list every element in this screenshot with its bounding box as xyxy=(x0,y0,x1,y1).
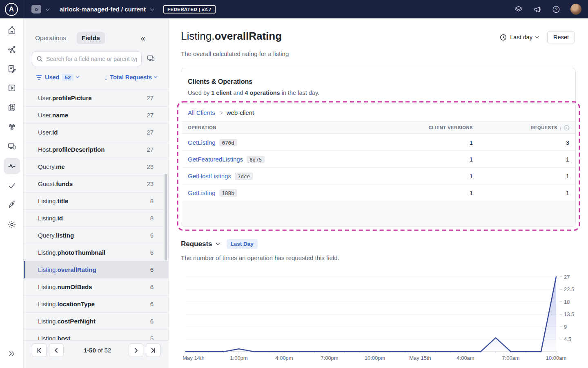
icon-rail xyxy=(0,18,24,368)
pagination-bar: 1-50 of 52 xyxy=(24,340,169,368)
search-input[interactable] xyxy=(46,56,137,62)
operation-link[interactable]: GetListing xyxy=(188,139,216,146)
operation-link[interactable]: GetHostListings xyxy=(188,173,231,180)
operation-link[interactable]: GetListing xyxy=(188,189,216,196)
rail-item-insights[interactable] xyxy=(4,158,20,174)
rail-item-home[interactable] xyxy=(4,22,20,38)
graph-name[interactable]: airlock-managed-fed / current xyxy=(60,6,146,13)
breadcrumb-all-clients[interactable]: All Clients xyxy=(188,109,215,116)
graph-chevron-down-icon[interactable] xyxy=(150,7,154,11)
operation-table-row: GetListing188b11 xyxy=(181,184,575,201)
field-list-item[interactable]: Guest.funds23 xyxy=(24,175,169,193)
client-versions-value: 1 xyxy=(350,139,473,146)
col-operation: OPERATION xyxy=(181,125,350,130)
field-list-item[interactable]: Listing.title8 xyxy=(24,193,169,210)
scrollbar[interactable] xyxy=(165,174,167,260)
org-avatar[interactable]: o xyxy=(31,5,41,13)
org-chevron-down-icon[interactable] xyxy=(46,7,50,11)
col-client-versions: CLIENT VERSIONS xyxy=(350,125,473,130)
settings-icon xyxy=(7,220,16,229)
y-tick-label: 13.5 xyxy=(564,311,574,317)
operation-link[interactable]: GetFeaturedListings xyxy=(188,156,243,163)
time-range-dropdown[interactable]: Last day xyxy=(500,34,538,41)
launches-icon xyxy=(7,200,16,209)
expand-rail-button[interactable] xyxy=(4,346,20,362)
graph-icon xyxy=(7,45,16,54)
user-avatar[interactable] xyxy=(570,4,581,15)
federation-version-badge: FEDERATED | v2.7 xyxy=(163,5,216,13)
y-tick-label: 18 xyxy=(564,299,570,305)
sidebar-tabs: Operations Fields « xyxy=(35,32,158,44)
apollo-logo-icon[interactable]: A xyxy=(5,3,18,16)
checks-icon xyxy=(7,181,16,190)
breadcrumb: All Clients web-client xyxy=(181,103,575,121)
field-list-item[interactable]: Listing.costPerNight6 xyxy=(24,313,169,330)
requests-section-title[interactable]: Requests xyxy=(181,240,212,248)
prev-page-button[interactable] xyxy=(49,343,64,357)
sort-total-requests[interactable]: ↓ Total Requests xyxy=(105,74,157,81)
field-list-item[interactable]: Query.listing6 xyxy=(24,227,169,244)
rail-item-changelog[interactable] xyxy=(4,61,20,77)
first-page-button[interactable] xyxy=(32,343,47,357)
fields-sidebar: Operations Fields « Used 52 ↓ Total Requ… xyxy=(24,18,169,368)
rail-item-launches[interactable] xyxy=(4,197,20,213)
field-list-item[interactable]: User.id27 xyxy=(24,124,169,141)
col-requests[interactable]: REQUESTS↓i xyxy=(473,125,575,130)
breadcrumb-current-client: web-client xyxy=(227,109,254,116)
collapse-panel-icon[interactable]: « xyxy=(140,32,145,44)
field-list-item[interactable]: Listing.numOfBeds6 xyxy=(24,278,169,296)
operation-table-row: GetListing070d13 xyxy=(181,134,575,151)
next-page-button[interactable] xyxy=(129,343,143,357)
requests-value: 3 xyxy=(473,139,575,146)
client-versions-value: 1 xyxy=(350,189,473,196)
main-content: Listing.overallRating Last day Reset The… xyxy=(169,18,588,368)
svg-text:?: ? xyxy=(555,7,557,11)
field-list-item[interactable]: Query.me23 xyxy=(24,158,169,175)
field-list-item[interactable]: User.name27 xyxy=(24,107,169,124)
last-day-badge[interactable]: Last Day xyxy=(227,239,258,249)
usage-summary: Used by 1 client and 4 operations in the… xyxy=(188,90,319,96)
reset-button[interactable]: Reset xyxy=(547,31,575,43)
top-bar: A o airlock-managed-fed / current FEDERA… xyxy=(0,0,588,18)
rail-item-schema[interactable] xyxy=(4,99,20,116)
card-title: Clients & Operations xyxy=(188,78,252,85)
help-icon[interactable]: ? xyxy=(552,5,561,14)
chevron-down-icon xyxy=(535,35,539,38)
field-list-item[interactable]: Listing.id8 xyxy=(24,210,169,227)
tab-operations[interactable]: Operations xyxy=(35,34,66,42)
x-tick-label: May 15th xyxy=(409,355,431,361)
rail-item-subgraphs[interactable] xyxy=(4,119,20,135)
page-title: Listing.overallRating xyxy=(181,30,282,43)
changelog-icon xyxy=(7,64,16,73)
field-list-item[interactable]: Listing.locationType6 xyxy=(24,296,169,313)
search-icon xyxy=(36,56,43,62)
x-tick-label: 1:00pm xyxy=(230,355,247,361)
apollo-logo-wrap: A xyxy=(0,0,23,18)
clients-filter-icon[interactable] xyxy=(147,54,155,64)
info-icon[interactable]: i xyxy=(564,125,569,130)
requests-chart: 4.5913.51822.527May 14th1:00pm4:00pm7:00… xyxy=(181,266,588,364)
field-list-item[interactable]: Listing.photoThumbnail6 xyxy=(24,244,169,261)
field-list-item[interactable]: Host.profileDescription27 xyxy=(24,141,169,158)
operation-table-row: GetHostListings7dce11 xyxy=(181,168,575,184)
operations-table-body: GetListing070d13GetFeaturedListings8d751… xyxy=(181,134,575,201)
card-footer xyxy=(181,201,575,226)
operation-hash-badge: 070d xyxy=(219,139,237,146)
announcements-icon[interactable] xyxy=(533,5,542,14)
field-list: User.profilePicture27User.name27User.id2… xyxy=(24,89,169,347)
rail-item-explorer[interactable] xyxy=(4,80,20,96)
chevron-down-icon xyxy=(154,75,157,78)
chevron-down-icon[interactable] xyxy=(216,241,220,245)
rail-item-clients[interactable] xyxy=(4,138,20,155)
rail-item-graph[interactable] xyxy=(4,41,20,58)
field-list-item[interactable]: User.profilePicture27 xyxy=(24,90,169,107)
rail-item-checks[interactable] xyxy=(4,177,20,194)
tab-fields[interactable]: Fields xyxy=(77,32,105,44)
field-search xyxy=(32,52,142,66)
used-filter-dropdown[interactable]: Used 52 xyxy=(36,74,79,81)
clock-icon xyxy=(500,34,507,41)
last-page-button[interactable] xyxy=(146,343,160,357)
schema-layers-icon[interactable] xyxy=(514,5,523,14)
field-list-item[interactable]: Listing.overallRating6 xyxy=(24,261,169,278)
rail-item-settings[interactable] xyxy=(4,216,20,233)
